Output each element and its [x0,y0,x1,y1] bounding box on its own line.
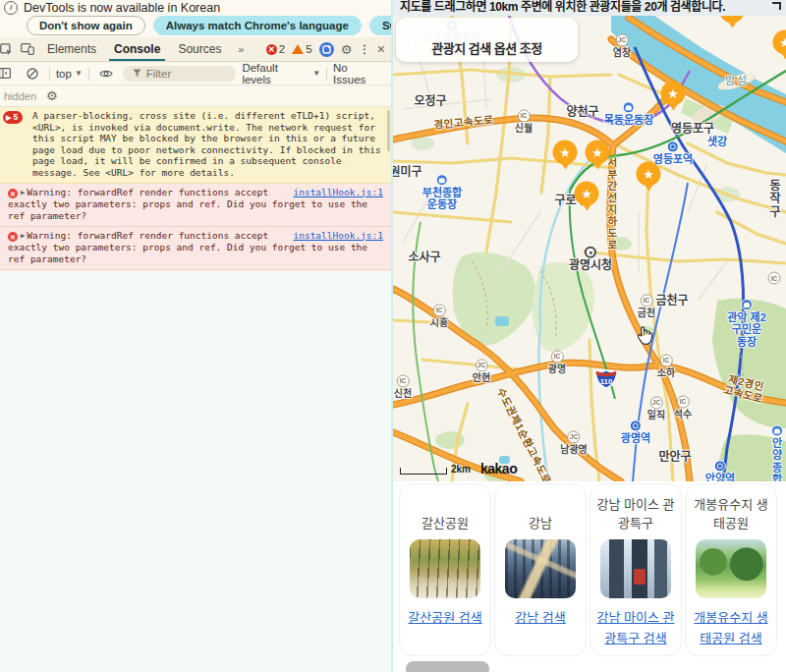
device-toolbar-icon[interactable] [19,41,36,57]
search-options-card[interactable]: 관광지 검색 옵션 조정 [396,18,578,62]
hidden-label: hidden [4,90,36,102]
kakao-logo: kakao [480,463,517,475]
poi-title: 강남 [498,486,583,537]
console-sidebar-icon[interactable] [0,66,14,82]
infobar-message: DevTools is now available in Korean [24,1,220,15]
funnel-icon [133,69,141,78]
poi-card: 개봉유수지 생태공원 개봉유수지 생태공원 검색 [685,483,777,656]
clear-console-icon[interactable] [24,66,41,82]
repeat-count-badge[interactable]: ▶5 [3,111,23,124]
poi-marker[interactable]: ★ [575,182,599,206]
loading-pill [406,661,489,672]
devtools-tabbar: Elements Console Sources » ✕ 2 5 ⚙ ⋮ × [0,37,391,62]
error-count-icon[interactable]: ✕ [266,44,277,55]
warning-count[interactable]: 5 [306,43,311,55]
tab-elements[interactable]: Elements [38,37,105,61]
scale-label: 2km [451,465,471,475]
console-error-message: installHook.js:1 ✕▶Warning: forwardRef r… [0,227,391,270]
poi-thumbnail [505,539,576,598]
poi-title: 개봉유수지 생태공원 [689,486,773,537]
scale-line [400,468,447,475]
dont-show-again-button[interactable]: Don't show again [27,16,145,35]
warning-count-icon[interactable] [292,44,304,54]
more-tabs-icon[interactable]: » [232,41,250,57]
console-empty-area[interactable] [0,272,391,672]
map-base-layers [393,16,786,481]
poi-title: 강남 마이스 관광특구 [593,486,678,537]
match-language-button[interactable]: Always match Chrome's language [153,16,362,35]
error-icon: ✕ [8,232,18,242]
search-options-label[interactable]: 관광지 검색 옵션 조정 [431,38,541,57]
route-110-shield: 110 [594,369,618,394]
console-sidebar-hidden-row: hidden ⚙ [0,85,391,107]
warning-text: A parser-blocking, cross site (i.e. diff… [32,110,381,178]
screen: i DevTools is now available in Korean Do… [0,0,786,672]
poi-thumbnail [410,539,480,598]
poi-search-link[interactable]: 갈산공원 검색 [405,608,485,629]
poi-card: 갈산공원 갈산공원 검색 [399,483,491,656]
hand-cursor-icon [636,325,654,350]
poi-marker[interactable]: ★ [637,162,661,187]
poi-marker[interactable]: ★ [661,82,686,106]
kebab-menu-icon[interactable]: ⋮ [359,42,370,56]
map-scale: 2km kakao [400,463,517,475]
expand-caret-icon[interactable]: ▶ [21,189,25,196]
poi-marker[interactable]: ★ [586,140,610,165]
settings-gear-icon[interactable]: ⚙ [341,43,353,56]
source-link[interactable]: installHook.js:1 [293,230,383,242]
poi-search-link[interactable]: 강남 마이스 관광특구 검색 [595,608,676,649]
poi-marker[interactable]: ★ [553,140,578,165]
console-error-message: installHook.js:1 ✕▶Warning: forwardRef r… [0,184,391,227]
inspect-element-icon[interactable] [0,41,15,57]
devtools-language-infobar: i DevTools is now available in Korean Do… [0,0,391,37]
issues-counter[interactable]: No Issues [333,62,391,85]
switch-devtools-button[interactable]: Switch DevTo [369,16,393,35]
kakao-map[interactable]: 110 관광지 검색 옵션 조정 2km kakao 오정구양천구영등포구원미구… [393,16,786,481]
eye-icon[interactable] [97,66,115,82]
poi-search-link[interactable]: 강남 검색 [500,608,581,629]
devtools-promo-icon[interactable] [319,42,334,57]
text-cursor-mark [772,2,781,10]
devtools-panel: i DevTools is now available in Korean Do… [0,0,393,672]
poi-card: 강남 마이스 관광특구 강남 마이스 관광특구 검색 [590,483,682,656]
expand-caret-icon[interactable]: ▶ [21,232,25,240]
poi-title: 갈산공원 [403,486,487,537]
context-selector[interactable]: top▼ [56,68,83,80]
map-instruction-bar: 지도를 드래그하면 10km 주변에 위치한 관광지들을 20개 검색합니다. [393,0,786,16]
console-toolbar: top▼ Filter Default levels▼ No Issues [0,62,391,85]
console-filter-input[interactable]: Filter [123,66,237,82]
error-count[interactable]: 2 [279,43,285,55]
poi-search-link[interactable]: 개봉유수지 생태공원 검색 [691,608,771,649]
poi-thumbnail [600,539,671,598]
log-levels-dropdown[interactable]: Default levels▼ [242,62,320,85]
map-instruction-text: 지도를 드래그하면 10km 주변에 위치한 관광지들을 20개 검색합니다. [400,0,725,14]
hidden-gear-icon[interactable]: ⚙ [46,89,58,102]
error-icon: ✕ [8,189,18,198]
console-scrollbar[interactable] [387,110,390,151]
console-warning-message: ▶5 A parser-blocking, cross site (i.e. d… [0,107,391,184]
svg-text:110: 110 [600,377,613,386]
poi-thumbnail [696,539,766,598]
close-devtools-icon[interactable]: × [377,41,385,57]
source-link[interactable]: installHook.js:1 [293,187,383,198]
poi-card: 강남 강남 검색 [494,483,587,656]
poi-results-section: 갈산공원 갈산공원 검색 강남 강남 검색 강남 마이스 관광특구 강남 마이스… [393,481,786,672]
info-icon: i [4,1,18,15]
console-messages: ▶5 A parser-blocking, cross site (i.e. d… [0,107,391,296]
tab-console[interactable]: Console [105,37,169,61]
tab-sources[interactable]: Sources [169,37,230,61]
